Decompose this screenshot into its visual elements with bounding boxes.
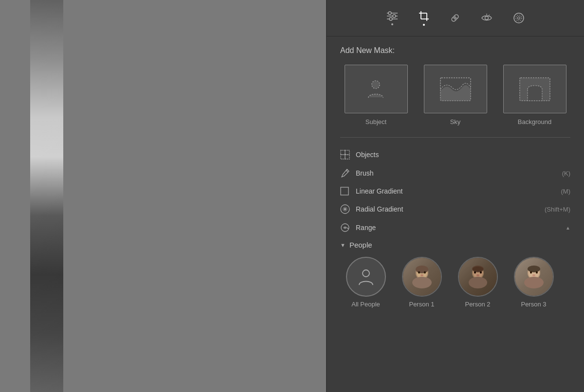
person3-label: Person 3 xyxy=(521,301,546,308)
svg-line-28 xyxy=(346,170,348,172)
person1-label: Person 1 xyxy=(409,301,434,308)
masking-icon[interactable] xyxy=(480,13,493,23)
brush-icon xyxy=(340,168,356,178)
svg-point-32 xyxy=(344,208,346,210)
radial-gradient-item[interactable]: Radial Gradient (Shift+M) xyxy=(340,200,570,218)
sky-label: Sky xyxy=(450,118,461,125)
svg-point-5 xyxy=(389,18,392,20)
person1-item[interactable]: Person 1 xyxy=(396,257,447,308)
objects-label: Objects xyxy=(356,151,570,159)
svg-point-17 xyxy=(516,15,522,21)
people-collapse-arrow: ▼ xyxy=(340,242,346,248)
svg-rect-24 xyxy=(341,150,345,155)
crop-icon[interactable] xyxy=(418,10,430,26)
subject-card-box xyxy=(345,65,408,113)
people-grid: All People xyxy=(340,257,570,308)
person2-avatar xyxy=(458,257,498,297)
radial-gradient-label: Radial Gradient xyxy=(356,205,545,213)
person3-avatar xyxy=(514,257,554,297)
svg-point-3 xyxy=(388,12,391,15)
svg-point-38 xyxy=(416,266,428,273)
all-people-label: All People xyxy=(351,301,380,308)
sky-card[interactable]: Sky xyxy=(420,65,491,125)
objects-item[interactable]: Objects xyxy=(340,145,570,164)
subject-label: Subject xyxy=(365,118,386,125)
section-divider xyxy=(340,137,570,138)
person2-label: Person 2 xyxy=(465,301,490,308)
svg-point-52 xyxy=(524,277,544,288)
person3-item[interactable]: Person 3 xyxy=(508,257,559,308)
svg-rect-27 xyxy=(345,150,349,155)
svg-point-41 xyxy=(420,274,423,276)
svg-point-46 xyxy=(474,271,476,274)
healing-icon[interactable] xyxy=(449,12,461,24)
people-header[interactable]: ▼ People xyxy=(340,241,570,249)
people-section: ▼ People All People xyxy=(340,241,570,308)
svg-point-34 xyxy=(363,270,369,277)
detail-icon[interactable] xyxy=(512,12,525,24)
mask-cards: Subject Sky xyxy=(340,65,570,125)
svg-point-47 xyxy=(480,271,482,274)
range-item[interactable]: Range ▲ xyxy=(340,218,570,237)
add-mask-title: Add New Mask: xyxy=(340,46,570,55)
person2-item[interactable]: Person 2 xyxy=(452,257,503,308)
sliders-icon[interactable] xyxy=(386,11,399,25)
image-strip xyxy=(30,0,63,392)
brush-item[interactable]: Brush (K) xyxy=(340,164,570,182)
svg-point-48 xyxy=(476,274,479,276)
range-arrow: ▲ xyxy=(566,225,570,231)
all-people-item[interactable]: All People xyxy=(340,257,391,308)
background-card[interactable]: Background xyxy=(499,65,570,125)
toolbar xyxy=(327,0,584,36)
linear-gradient-icon xyxy=(340,187,356,196)
objects-icon xyxy=(340,150,356,160)
radial-gradient-icon xyxy=(340,204,356,214)
svg-point-4 xyxy=(393,15,396,18)
radial-gradient-shortcut: (Shift+M) xyxy=(545,206,570,213)
image-area xyxy=(0,0,326,392)
svg-point-40 xyxy=(424,271,426,274)
svg-point-18 xyxy=(517,17,520,19)
sky-card-box xyxy=(424,65,487,113)
svg-rect-29 xyxy=(341,187,348,195)
linear-gradient-shortcut: (M) xyxy=(561,188,571,195)
svg-point-16 xyxy=(514,13,524,23)
person1-avatar xyxy=(402,257,442,297)
svg-point-54 xyxy=(530,271,532,274)
range-label: Range xyxy=(356,224,564,232)
svg-point-44 xyxy=(469,277,487,288)
svg-point-53 xyxy=(528,266,540,272)
svg-line-15 xyxy=(489,15,490,16)
all-people-avatar xyxy=(346,257,386,297)
subject-card[interactable]: Subject xyxy=(340,65,412,125)
svg-point-49 xyxy=(473,267,483,271)
right-panel: Add New Mask: Subject xyxy=(326,0,584,392)
people-section-label: People xyxy=(349,241,372,249)
linear-gradient-label: Linear Gradient xyxy=(356,187,561,195)
panel-content: Add New Mask: Subject xyxy=(327,36,584,392)
brush-label: Brush xyxy=(356,169,562,177)
svg-point-37 xyxy=(412,277,432,288)
svg-rect-26 xyxy=(341,155,345,159)
linear-gradient-item[interactable]: Linear Gradient (M) xyxy=(340,182,570,200)
background-label: Background xyxy=(518,118,551,125)
svg-point-20 xyxy=(372,81,379,88)
svg-point-55 xyxy=(536,271,538,274)
svg-point-13 xyxy=(485,17,488,20)
range-icon xyxy=(340,223,356,232)
brush-shortcut: (K) xyxy=(562,170,570,177)
svg-point-39 xyxy=(418,271,420,274)
svg-point-56 xyxy=(532,274,535,276)
svg-rect-25 xyxy=(345,155,349,159)
background-card-box xyxy=(503,65,566,113)
